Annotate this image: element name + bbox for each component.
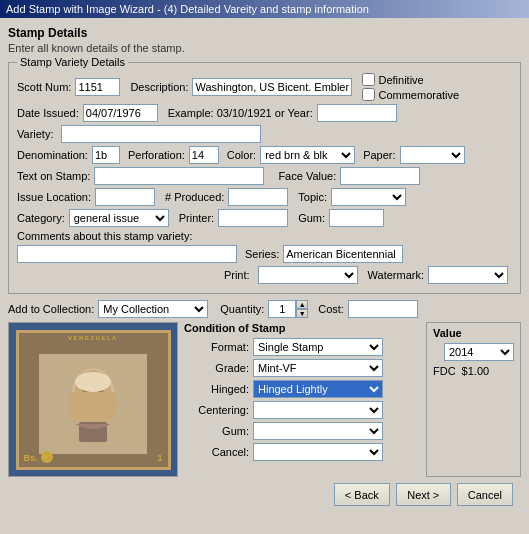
grade-select[interactable]: Mint-VF: [253, 359, 383, 377]
commemorative-checkbox[interactable]: [362, 88, 375, 101]
description-input[interactable]: [192, 78, 352, 96]
gum-condition-select[interactable]: [253, 422, 383, 440]
paper-label: Paper:: [363, 149, 395, 161]
value-area: Value 2014 FDC $1.00: [426, 322, 521, 477]
hinged-select[interactable]: Hinged Lightly: [253, 380, 383, 398]
condition-cancel-row: Cancel:: [184, 443, 420, 461]
variety-input[interactable]: [61, 125, 261, 143]
svg-point-5: [75, 372, 111, 392]
print-label: Print:: [224, 269, 250, 281]
category-select[interactable]: general issue: [69, 209, 169, 227]
variety-group-box: Stamp Variety Details Scott Num: Descrip…: [8, 62, 521, 294]
printer-input[interactable]: [218, 209, 288, 227]
stamp-rosette: [41, 451, 53, 463]
color-label: Color:: [227, 149, 256, 161]
stamp-portrait-svg: [39, 354, 147, 454]
hinged-label: Hinged:: [184, 383, 249, 395]
variety-group-title: Stamp Variety Details: [17, 56, 128, 68]
series-input[interactable]: [283, 245, 403, 263]
add-to-collection-label: Add to Collection:: [8, 303, 94, 315]
perforation-label: Perforation:: [128, 149, 185, 161]
centering-select[interactable]: [253, 401, 383, 419]
title-bar: Add Stamp with Image Wizard - (4) Detail…: [0, 0, 529, 18]
print-select[interactable]: [258, 266, 358, 284]
next-button[interactable]: Next >: [396, 483, 451, 506]
condition-format-row: Format: Single Stamp: [184, 338, 420, 356]
cancel-select[interactable]: [253, 443, 383, 461]
description-label: Description:: [130, 81, 188, 93]
definitive-label: Definitive: [378, 74, 423, 86]
stamp-country: VENEZUELA: [19, 335, 168, 341]
topic-select[interactable]: [331, 188, 406, 206]
row-comments: Comments about this stamp variety:: [17, 230, 512, 242]
condition-gum-label: Gum:: [184, 425, 249, 437]
row-text: Text on Stamp: Face Value:: [17, 167, 512, 185]
row-issue: Issue Location: # Produced: Topic:: [17, 188, 512, 206]
denomination-input[interactable]: [92, 146, 120, 164]
text-on-stamp-input[interactable]: [94, 167, 264, 185]
bottom-section: VENEZUELA B: [8, 322, 521, 477]
face-value-input[interactable]: [340, 167, 420, 185]
example-input[interactable]: [317, 104, 397, 122]
condition-title: Condition of Stamp: [184, 322, 420, 334]
row-date: Date Issued: Example: 03/10/1921 or Year…: [17, 104, 512, 122]
type-checkboxes: Definitive Commemorative: [362, 73, 459, 101]
row-comments-input: Series:: [17, 245, 512, 263]
collection-row: Add to Collection: My Collection Quantit…: [8, 300, 521, 318]
definitive-row: Definitive: [362, 73, 459, 86]
row-print: Print: Watermark:: [17, 266, 508, 284]
quantity-increment[interactable]: ▲: [296, 300, 308, 309]
value-fdc-row: FDC $1.00: [433, 365, 514, 377]
quantity-spinbox-buttons: ▲ ▼: [296, 300, 308, 318]
paper-select[interactable]: [400, 146, 465, 164]
fdc-label: FDC: [433, 365, 456, 377]
num-produced-input[interactable]: [228, 188, 288, 206]
condition-gum-row: Gum:: [184, 422, 420, 440]
row-category: Category: general issue Printer: Gum:: [17, 209, 512, 227]
condition-area: Condition of Stamp Format: Single Stamp …: [184, 322, 420, 477]
cost-input[interactable]: [348, 300, 418, 318]
scott-num-label: Scott Num:: [17, 81, 71, 93]
date-issued-input[interactable]: [83, 104, 158, 122]
commemorative-label: Commemorative: [378, 89, 459, 101]
cancel-button[interactable]: Cancel: [457, 483, 513, 506]
year-select[interactable]: 2014: [444, 343, 514, 361]
main-content: Stamp Details Enter all known details of…: [0, 18, 529, 520]
page-title: Stamp Details: [8, 26, 521, 40]
topic-label: Topic:: [298, 191, 327, 203]
scott-num-input[interactable]: [75, 78, 120, 96]
watermark-label: Watermark:: [368, 269, 424, 281]
category-label: Category:: [17, 212, 65, 224]
back-button[interactable]: < Back: [334, 483, 390, 506]
quantity-input[interactable]: [268, 300, 296, 318]
button-bar: < Back Next > Cancel: [8, 477, 521, 512]
quantity-decrement[interactable]: ▼: [296, 309, 308, 318]
issue-location-label: Issue Location:: [17, 191, 91, 203]
comments-label: Comments about this stamp variety:: [17, 230, 192, 242]
format-label: Format:: [184, 341, 249, 353]
color-select[interactable]: red brn & blk: [260, 146, 355, 164]
comments-input[interactable]: [17, 245, 237, 263]
series-label: Series:: [245, 248, 279, 260]
example-label: Example: 03/10/1921 or Year:: [168, 107, 313, 119]
quantity-spinbox: ▲ ▼: [268, 300, 308, 318]
perforation-input[interactable]: [189, 146, 219, 164]
stamp-bs-label: Bs.: [24, 453, 38, 463]
fdc-amount: $1.00: [462, 365, 490, 377]
definitive-checkbox[interactable]: [362, 73, 375, 86]
gum-input[interactable]: [329, 209, 384, 227]
row-denom: Denomination: Perforation: Color: red br…: [17, 146, 512, 164]
condition-hinged-row: Hinged: Hinged Lightly: [184, 380, 420, 398]
condition-centering-row: Centering:: [184, 401, 420, 419]
face-value-label: Face Value:: [278, 170, 336, 182]
watermark-select[interactable]: [428, 266, 508, 284]
commemorative-row: Commemorative: [362, 88, 459, 101]
quantity-label: Quantity:: [220, 303, 264, 315]
value-title: Value: [433, 327, 514, 339]
issue-location-input[interactable]: [95, 188, 155, 206]
collection-select[interactable]: My Collection: [98, 300, 208, 318]
stamp-value-label: 1: [157, 453, 162, 463]
date-issued-label: Date Issued:: [17, 107, 79, 119]
format-select[interactable]: Single Stamp: [253, 338, 383, 356]
centering-label: Centering:: [184, 404, 249, 416]
